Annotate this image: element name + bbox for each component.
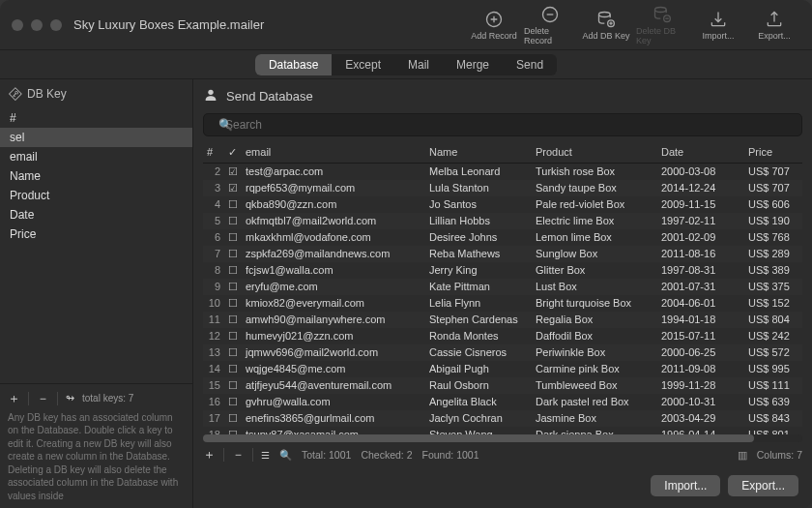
cell-product[interactable]: Lemon lime Box: [532, 230, 657, 245]
add-record-button[interactable]: Add Record: [468, 4, 520, 46]
cell-product[interactable]: Dark pastel red Box: [532, 395, 657, 409]
cell-email[interactable]: zspkfa269@mailandnews.com: [242, 247, 425, 261]
add-db-key-button[interactable]: Add DB Key: [580, 4, 632, 46]
cell-name[interactable]: Stephen Cardenas: [425, 313, 532, 327]
cell-date[interactable]: 2014-12-24: [657, 181, 744, 195]
cell-name[interactable]: Angelita Black: [425, 395, 532, 409]
db-key-list[interactable]: #selemailNameProductDatePrice: [0, 108, 192, 383]
cell-product[interactable]: Pale red-violet Box: [532, 197, 657, 212]
table-row[interactable]: 8☐fcjsw1@walla.comJerry KingGlitter Box1…: [203, 262, 802, 279]
import--button[interactable]: Import...: [692, 4, 744, 46]
sidebar-item-Price[interactable]: Price: [0, 224, 192, 244]
remove-key-button[interactable]: －: [37, 390, 49, 407]
cell-email[interactable]: amwh90@mailanywhere.com: [242, 313, 425, 327]
tab-database[interactable]: Database: [255, 54, 332, 75]
cell-price[interactable]: US$ 768: [744, 230, 800, 245]
import-button[interactable]: Import...: [651, 475, 720, 496]
cell-date[interactable]: 2000-06-25: [657, 345, 744, 360]
table-row[interactable]: 3☑rqpef653@mymail.comLula StantonSandy t…: [203, 180, 802, 196]
cell-email[interactable]: gvhru@walla.com: [242, 395, 425, 409]
cell-email[interactable]: jqmwv696@mail2world.com: [242, 345, 425, 360]
more-menu-button[interactable]: ☰: [261, 450, 270, 461]
cell-name[interactable]: Desiree Johns: [425, 230, 532, 245]
row-checkbox[interactable]: ☐: [224, 214, 242, 228]
column-header[interactable]: Product: [532, 146, 657, 159]
close-window-button[interactable]: [12, 19, 23, 31]
cell-date[interactable]: 1999-11-28: [657, 378, 744, 393]
cell-price[interactable]: US$ 389: [744, 263, 800, 278]
cell-date[interactable]: 2000-10-31: [657, 395, 744, 409]
cell-price[interactable]: US$ 639: [744, 395, 800, 409]
cell-name[interactable]: Kate Pittman: [425, 280, 532, 294]
cell-product[interactable]: Carmine pink Box: [532, 362, 657, 376]
table-row[interactable]: 2☑test@arpac.comMelba LeonardTurkish ros…: [203, 164, 802, 180]
cell-name[interactable]: Lula Stanton: [425, 181, 532, 195]
cell-price[interactable]: US$ 804: [744, 313, 800, 327]
cell-date[interactable]: 2001-07-31: [657, 280, 744, 294]
table-row[interactable]: 5☐okfmqtbl7@mail2world.comLillian HobbsE…: [203, 213, 802, 229]
cell-name[interactable]: Ronda Montes: [425, 329, 532, 344]
cell-price[interactable]: US$ 111: [744, 378, 800, 393]
table-row[interactable]: 4☐qkba890@zzn.comJo SantosPale red-viole…: [203, 196, 802, 213]
cell-email[interactable]: atjfjeyu544@aventuremail.com: [242, 378, 425, 393]
cell-date[interactable]: 2011-08-16: [657, 247, 744, 261]
cell-name[interactable]: Melba Leonard: [425, 164, 532, 179]
table-row[interactable]: 10☐kmiox82@everymail.comLelia FlynnBrigh…: [203, 295, 802, 312]
cell-name[interactable]: Raul Osborn: [425, 378, 532, 393]
cell-price[interactable]: US$ 242: [744, 329, 800, 344]
cell-email[interactable]: kmiox82@everymail.com: [242, 296, 425, 311]
cell-date[interactable]: 2015-07-11: [657, 329, 744, 344]
sidebar-item-sel[interactable]: sel: [0, 128, 192, 147]
cell-email[interactable]: qkba890@zzn.com: [242, 197, 425, 212]
table-row[interactable]: 17☐enefins3865@gurlmail.comJaclyn Cochra…: [203, 410, 802, 427]
mode-segmented-control[interactable]: DatabaseExceptMailMergeSend: [255, 54, 557, 75]
cell-name[interactable]: Lelia Flynn: [425, 296, 532, 311]
table-row[interactable]: 6☐mkaxkhml@vodafone.comDesiree JohnsLemo…: [203, 229, 802, 246]
cell-email[interactable]: test@arpac.com: [242, 164, 425, 179]
export-button[interactable]: Export...: [728, 475, 798, 496]
cell-product[interactable]: Sunglow Box: [532, 247, 657, 261]
table-row[interactable]: 18☐tsupy87@xasamail.comSteven WangDark s…: [203, 427, 802, 434]
column-header[interactable]: Price: [744, 146, 800, 159]
cell-product[interactable]: Tumbleweed Box: [532, 378, 657, 393]
cell-price[interactable]: US$ 707: [744, 181, 800, 195]
add-key-button[interactable]: ＋: [8, 390, 20, 407]
tab-except[interactable]: Except: [332, 54, 394, 75]
cell-price[interactable]: US$ 190: [744, 214, 800, 228]
table-row[interactable]: 14☐wqjge4845@me.comAbigail PughCarmine p…: [203, 361, 802, 377]
cell-email[interactable]: humevyj021@zzn.com: [242, 329, 425, 344]
cell-product[interactable]: Dark sienna Box: [532, 428, 657, 434]
sidebar-item-hash[interactable]: #: [0, 108, 192, 128]
table-row[interactable]: 11☐amwh90@mailanywhere.comStephen Carden…: [203, 312, 802, 328]
sidebar-item-Name[interactable]: Name: [0, 166, 192, 186]
horizontal-scrollbar[interactable]: [203, 434, 802, 442]
cell-name[interactable]: Reba Mathews: [425, 247, 532, 261]
add-row-button[interactable]: ＋: [203, 446, 216, 463]
cell-price[interactable]: US$ 289: [744, 247, 800, 261]
cell-name[interactable]: Lillian Hobbs: [425, 214, 532, 228]
cell-email[interactable]: enefins3865@gurlmail.com: [242, 411, 425, 426]
cell-date[interactable]: 1997-08-31: [657, 263, 744, 278]
cell-price[interactable]: US$ 606: [744, 197, 800, 212]
table-row[interactable]: 13☐jqmwv696@mail2world.comCassie Cisnero…: [203, 344, 802, 361]
cell-product[interactable]: Jasmine Box: [532, 411, 657, 426]
column-header[interactable]: #: [203, 146, 224, 159]
zoom-window-button[interactable]: [50, 19, 62, 31]
cell-product[interactable]: Sandy taupe Box: [532, 181, 657, 195]
row-checkbox[interactable]: ☐: [224, 411, 242, 426]
table-row[interactable]: 12☐humevyj021@zzn.comRonda MontesDaffodi…: [203, 328, 802, 344]
row-checkbox[interactable]: ☐: [224, 296, 242, 311]
cell-date[interactable]: 1997-02-11: [657, 214, 744, 228]
row-checkbox[interactable]: ☑: [224, 181, 242, 195]
cell-product[interactable]: Electric lime Box: [532, 214, 657, 228]
cell-date[interactable]: 1996-04-14: [657, 428, 744, 434]
cell-date[interactable]: 2001-02-09: [657, 230, 744, 245]
tab-mail[interactable]: Mail: [394, 54, 443, 75]
table-body[interactable]: 2☑test@arpac.comMelba LeonardTurkish ros…: [203, 164, 802, 434]
cell-price[interactable]: US$ 375: [744, 280, 800, 294]
sidebar-item-email[interactable]: email: [0, 147, 192, 166]
tab-merge[interactable]: Merge: [443, 54, 503, 75]
table-row[interactable]: 9☐eryfu@me.comKate PittmanLust Box2001-0…: [203, 279, 802, 295]
cell-email[interactable]: wqjge4845@me.com: [242, 362, 425, 376]
cell-product[interactable]: Lust Box: [532, 280, 657, 294]
